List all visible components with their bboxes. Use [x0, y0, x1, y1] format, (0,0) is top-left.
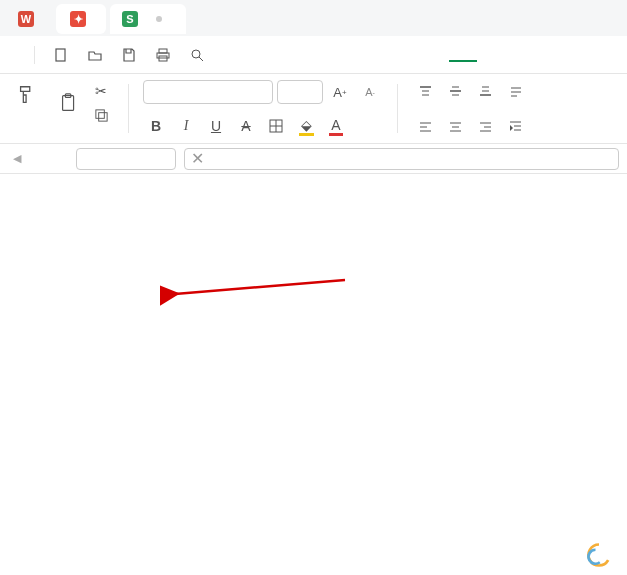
paste-icon[interactable] — [56, 88, 82, 118]
file-toolbar — [0, 36, 627, 74]
sheet-scroll-left-icon[interactable]: ◀ — [8, 152, 26, 165]
svg-rect-0 — [56, 49, 65, 61]
wps-logo-icon: W — [18, 11, 34, 27]
svg-rect-9 — [98, 112, 106, 120]
open-icon[interactable] — [83, 43, 107, 67]
separator — [397, 84, 398, 133]
spreadsheet-icon: S — [122, 11, 138, 27]
name-box[interactable] — [76, 148, 176, 170]
cancel-edit-icon[interactable]: ✕ — [191, 149, 204, 168]
add-tab-button[interactable] — [190, 6, 216, 32]
formula-bar-row: ◀ ✕ — [0, 144, 627, 174]
font-shrink-icon[interactable]: A- — [357, 81, 383, 103]
preview-icon[interactable] — [185, 43, 209, 67]
undo-icon[interactable] — [219, 43, 243, 67]
formula-bar[interactable]: ✕ — [184, 148, 619, 170]
underline-icon[interactable]: U — [203, 115, 229, 137]
italic-icon[interactable]: I — [173, 115, 199, 137]
borders-icon[interactable] — [263, 115, 289, 137]
svg-rect-8 — [95, 109, 103, 117]
watermark — [585, 541, 619, 569]
title-tab-bar: W ✦ S — [0, 0, 627, 36]
align-bottom-icon[interactable] — [472, 80, 498, 102]
copy-icon[interactable] — [88, 104, 114, 126]
align-top-icon[interactable] — [412, 80, 438, 102]
workbook-tab[interactable]: S — [110, 4, 186, 34]
svg-point-4 — [192, 50, 200, 58]
watermark-logo-icon — [585, 541, 613, 569]
orientation-icon[interactable] — [502, 80, 528, 102]
menu-review[interactable] — [589, 48, 617, 62]
fire-icon: ✦ — [70, 11, 86, 27]
bold-icon[interactable]: B — [143, 115, 169, 137]
align-right-icon[interactable] — [472, 115, 498, 137]
print-icon[interactable] — [151, 43, 175, 67]
menu-data[interactable] — [561, 48, 589, 62]
modified-indicator-icon — [156, 16, 162, 22]
align-center-icon[interactable] — [442, 115, 468, 137]
template-tab[interactable]: ✦ — [56, 4, 106, 34]
font-size-select[interactable] — [277, 80, 323, 104]
strikethrough-icon[interactable]: A — [233, 115, 259, 137]
separator — [34, 46, 35, 64]
font-name-select[interactable] — [143, 80, 273, 104]
menu-formula[interactable] — [533, 48, 561, 62]
indent-icon[interactable] — [502, 115, 528, 137]
svg-line-37 — [175, 280, 345, 294]
menu-start[interactable] — [449, 48, 477, 62]
separator — [128, 84, 129, 133]
font-color-icon[interactable]: A — [323, 115, 349, 137]
menu-page[interactable] — [505, 48, 533, 62]
redo-icon[interactable] — [253, 43, 277, 67]
new-icon[interactable] — [49, 43, 73, 67]
app-tab[interactable]: W — [6, 4, 52, 34]
format-painter-group — [8, 78, 46, 139]
cut-icon[interactable]: ✂ — [88, 80, 114, 102]
annotation-arrow-icon — [160, 272, 350, 312]
svg-rect-1 — [159, 49, 167, 53]
align-middle-icon[interactable] — [442, 80, 468, 102]
menu-insert[interactable] — [477, 48, 505, 62]
save-icon[interactable] — [117, 43, 141, 67]
format-painter-icon[interactable] — [14, 80, 40, 110]
font-group: A+ A- B I U A ⬙ A — [137, 78, 389, 139]
ribbon-menus — [449, 48, 617, 62]
align-left-icon[interactable] — [412, 115, 438, 137]
font-grow-icon[interactable]: A+ — [327, 81, 353, 103]
clipboard-group: ✂ — [50, 78, 120, 139]
ribbon-toolbar: ✂ A+ A- B I U A — [0, 74, 627, 144]
alignment-group — [406, 78, 534, 139]
fill-color-icon[interactable]: ⬙ — [293, 115, 319, 137]
svg-line-5 — [199, 57, 203, 61]
tab-menu-button[interactable] — [220, 6, 246, 32]
